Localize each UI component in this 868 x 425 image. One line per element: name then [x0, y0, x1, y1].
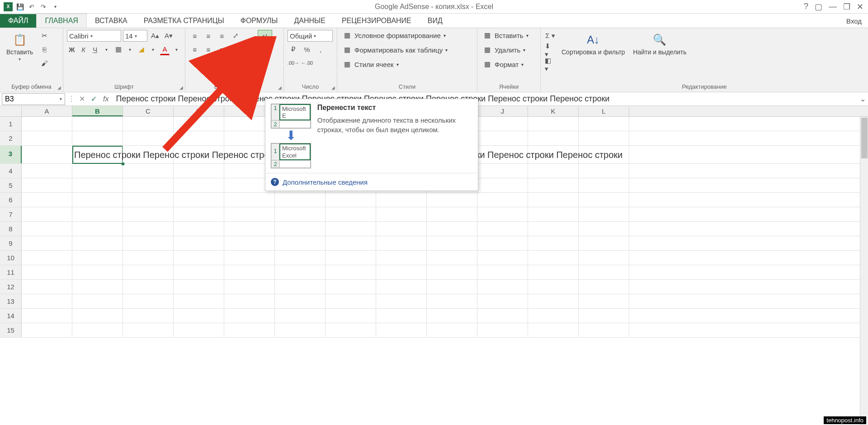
tab-formulas[interactable]: ФОРМУЛЫ — [232, 14, 286, 28]
fx-icon[interactable]: fx — [99, 95, 112, 103]
name-box[interactable]: B3▾ — [2, 93, 65, 105]
paste-button[interactable]: 📋 Вставить ▾ — [4, 30, 36, 63]
format-as-table-button[interactable]: ▦ Форматировать как таблицу▾ — [341, 44, 449, 55]
cell-b3[interactable]: Перенос строки Перенос строки Перенос ст… — [72, 146, 123, 163]
cut-icon[interactable]: ✂ — [38, 30, 50, 42]
increase-font-icon[interactable]: A▴ — [149, 30, 161, 42]
row-header-12[interactable]: 12 — [0, 280, 22, 294]
qat-customize-icon[interactable]: ▾ — [50, 1, 61, 12]
col-header-b[interactable]: B — [72, 106, 123, 116]
row-header-11[interactable]: 11 — [0, 265, 22, 279]
col-header-d[interactable]: D — [174, 106, 224, 116]
restore-icon[interactable]: ❐ — [843, 2, 850, 12]
help-icon[interactable]: ? — [804, 2, 808, 12]
excel-logo[interactable]: X — [3, 1, 14, 12]
select-all-corner[interactable] — [0, 106, 22, 116]
row-header-2[interactable]: 2 — [0, 131, 22, 145]
borders-dropdown-icon[interactable]: ▾ — [125, 43, 135, 55]
wrap-text-button[interactable]: ↵ — [258, 30, 272, 43]
row-header-3[interactable]: 3 — [0, 146, 22, 163]
accounting-icon[interactable]: ₽ — [288, 43, 299, 55]
fill-dropdown-icon[interactable]: ▾ — [148, 43, 158, 55]
alignment-launcher-icon[interactable]: ◢ — [278, 85, 282, 90]
font-color-icon[interactable]: A — [160, 43, 170, 55]
format-painter-icon[interactable]: 🖌 — [38, 57, 50, 69]
tooltip-more-info-link[interactable]: ? Дополнительные сведения — [265, 173, 478, 191]
percent-icon[interactable]: % — [301, 43, 313, 55]
conditional-formatting-button[interactable]: ▦ Условное форматирование▾ — [341, 30, 449, 41]
col-header-c[interactable]: C — [123, 106, 174, 116]
col-header-a[interactable]: A — [22, 106, 72, 116]
fill-color-icon[interactable]: ◢ — [137, 43, 146, 55]
insert-cells-button[interactable]: ▦ Вставить▾ — [481, 30, 530, 41]
italic-button[interactable]: К — [79, 43, 89, 55]
tab-view[interactable]: ВИД — [420, 14, 451, 28]
decrease-font-icon[interactable]: A▾ — [163, 30, 175, 42]
cell[interactable] — [22, 117, 72, 131]
tab-insert[interactable]: ВСТАВКА — [87, 14, 136, 28]
number-format-combo[interactable]: Общий▾ — [288, 30, 333, 42]
row-header-15[interactable]: 15 — [0, 323, 22, 337]
fill-icon[interactable]: ⬇ ▾ — [544, 44, 556, 56]
col-header-j[interactable]: J — [477, 106, 528, 116]
expand-formula-bar-icon[interactable]: ⌄ — [857, 95, 868, 103]
undo-icon[interactable]: ↶ — [26, 1, 37, 12]
cell-styles-button[interactable]: ▦ Стили ячеек▾ — [341, 59, 449, 70]
sign-in-link[interactable]: Вход — [840, 14, 868, 28]
font-name-combo[interactable]: Calibri▾ — [67, 30, 121, 42]
copy-icon[interactable]: ⎘ — [38, 43, 50, 55]
find-select-button[interactable]: 🔍 Найти и выделить — [630, 30, 689, 57]
underline-button[interactable]: Ч — [90, 43, 100, 55]
align-middle-icon[interactable]: ≡ — [203, 30, 214, 42]
row-header-13[interactable]: 13 — [0, 294, 22, 308]
tab-file[interactable]: ФАЙЛ — [0, 14, 36, 28]
vertical-scrollbar[interactable] — [860, 117, 868, 425]
tab-data[interactable]: ДАННЫЕ — [286, 14, 333, 28]
align-bottom-icon[interactable]: ≡ — [216, 30, 228, 42]
tab-page-layout[interactable]: РАЗМЕТКА СТРАНИЦЫ — [136, 14, 232, 28]
orientation-icon[interactable]: ⤢ — [230, 30, 241, 42]
autosum-icon[interactable]: Σ ▾ — [544, 30, 556, 42]
minimize-icon[interactable]: — — [829, 2, 837, 12]
format-cells-button[interactable]: ▦ Формат▾ — [481, 59, 530, 70]
scrollbar-thumb[interactable] — [861, 118, 868, 158]
row-header-4[interactable]: 4 — [0, 164, 22, 178]
bold-button[interactable]: Ж — [67, 43, 77, 55]
clipboard-launcher-icon[interactable]: ◢ — [57, 85, 61, 90]
increase-decimal-icon[interactable]: .00→ — [288, 57, 299, 69]
row-header-10[interactable]: 10 — [0, 251, 22, 265]
row-header-1[interactable]: 1 — [0, 117, 22, 131]
underline-dropdown-icon[interactable]: ▾ — [102, 43, 112, 55]
formula-input[interactable]: Перенос строки Перенос строки Перенос ст… — [112, 94, 857, 104]
cancel-icon[interactable]: ✕ — [76, 95, 88, 103]
decrease-decimal-icon[interactable]: ←.00 — [301, 57, 313, 69]
row-header-7[interactable]: 7 — [0, 207, 22, 221]
row-header-8[interactable]: 8 — [0, 222, 22, 236]
close-icon[interactable]: ✕ — [857, 2, 863, 12]
row-header-5[interactable]: 5 — [0, 178, 22, 192]
merge-center-button[interactable]: ⬌ — [258, 44, 272, 57]
increase-indent-icon[interactable]: ⇥ — [243, 43, 255, 55]
sort-filter-button[interactable]: A↓ Сортировка и фильтр — [559, 30, 627, 57]
number-launcher-icon[interactable]: ◢ — [331, 85, 335, 90]
align-top-icon[interactable]: ≡ — [189, 30, 201, 42]
tab-home[interactable]: ГЛАВНАЯ — [36, 14, 86, 28]
row-header-14[interactable]: 14 — [0, 309, 22, 323]
redo-icon[interactable]: ↷ — [38, 1, 49, 12]
align-center-icon[interactable]: ≡ — [203, 43, 214, 55]
comma-icon[interactable]: , — [315, 43, 326, 55]
clear-icon[interactable]: ◧ ▾ — [544, 59, 556, 71]
enter-icon[interactable]: ✓ — [88, 95, 99, 103]
decrease-indent-icon[interactable]: ⇤ — [230, 43, 241, 55]
font-launcher-icon[interactable]: ◢ — [179, 85, 183, 90]
save-icon[interactable]: 💾 — [14, 1, 25, 12]
borders-icon[interactable]: ▦ — [113, 43, 123, 55]
delete-cells-button[interactable]: ▦ Удалить▾ — [481, 44, 530, 55]
font-color-dropdown-icon[interactable]: ▾ — [171, 43, 181, 55]
align-left-icon[interactable]: ≡ — [189, 43, 201, 55]
col-header-l[interactable]: L — [579, 106, 629, 116]
font-size-combo[interactable]: 14▾ — [123, 30, 147, 42]
tab-review[interactable]: РЕЦЕНЗИРОВАНИЕ — [334, 14, 420, 28]
ribbon-options-icon[interactable]: ▢ — [815, 2, 822, 12]
row-header-6[interactable]: 6 — [0, 193, 22, 207]
